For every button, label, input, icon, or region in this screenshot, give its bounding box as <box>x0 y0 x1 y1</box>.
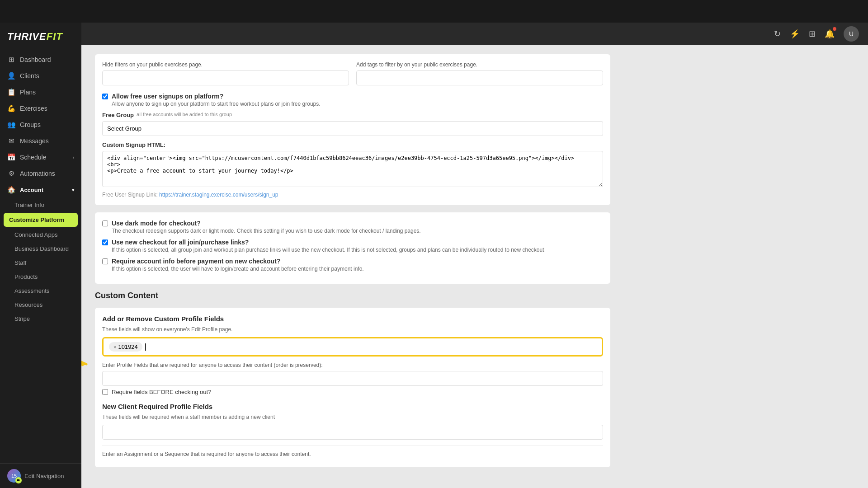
groups-icon: 👥 <box>7 121 15 129</box>
dark-mode-desc: The checkout redesign supports dark or l… <box>112 228 421 234</box>
nav-list: ⊞ Dashboard 👤 Clients 📋 Plans 💪 Exercise… <box>0 48 81 463</box>
custom-content-title: Custom Content <box>95 291 610 300</box>
assignment-section: Enter an Assignment or a Sequence that i… <box>102 445 603 457</box>
grid-icon[interactable]: ⊞ <box>809 29 816 39</box>
arrow-annotation <box>81 333 102 373</box>
dark-mode-row: Use dark mode for checkout? The checkout… <box>102 220 603 234</box>
add-tags-group: Add tags to filter by on your public exe… <box>356 61 603 85</box>
sidebar-item-plans[interactable]: 📋 Plans <box>0 84 81 100</box>
main-content: ↻ ⚡ ⊞ 🔔 U Hide filters on your public ex… <box>81 23 868 488</box>
user-avatar[interactable]: U <box>844 26 859 42</box>
sidebar-bottom: 15 ✏ Edit Navigation <box>0 463 81 488</box>
notification-area: 15 ✏ <box>7 469 21 483</box>
custom-html-section: Custom Signup HTML: <box>102 141 603 189</box>
sidebar-item-connected-apps[interactable]: Connected Apps <box>0 228 81 242</box>
notification-badge: ✏ <box>15 477 22 483</box>
new-client-fields-section: New Client Required Profile Fields These… <box>102 403 603 440</box>
sidebar-item-resources[interactable]: Resources <box>0 298 81 312</box>
sidebar-item-trainer-info[interactable]: Trainer Info <box>0 198 81 212</box>
sidebar-item-assessments[interactable]: Assessments <box>0 284 81 298</box>
assignment-label: Enter an Assignment or a Sequence that i… <box>102 451 603 457</box>
hide-filters-group: Hide filters on your public exercises pa… <box>102 61 349 85</box>
schedule-chevron-icon: › <box>73 155 74 160</box>
account-icon: 🏠 <box>7 186 15 194</box>
require-account-row: Require account info before payment on n… <box>102 258 603 272</box>
tag-chip-101924: × 101924 <box>109 342 142 352</box>
new-client-desc: These fields will be required when a sta… <box>102 414 603 420</box>
hide-filters-label: Hide filters on your public exercises pa… <box>102 61 349 68</box>
new-checkout-checkbox[interactable] <box>102 239 108 245</box>
custom-html-label: Custom Signup HTML: <box>102 141 603 148</box>
logo: THRIVEFIT <box>7 31 63 42</box>
checkout-options-section: Use dark mode for checkout? The checkout… <box>95 212 610 284</box>
free-signup-row: Allow free user signups on platform? All… <box>102 93 603 107</box>
custom-html-textarea[interactable] <box>102 151 603 187</box>
filter-field-row: Hide filters on your public exercises pa… <box>102 61 603 85</box>
tag-cursor <box>145 343 146 351</box>
dark-mode-checkbox[interactable] <box>102 221 108 226</box>
sidebar-item-staff[interactable]: Staff <box>0 256 81 270</box>
sidebar-item-dashboard[interactable]: ⊞ Dashboard <box>0 52 81 68</box>
new-client-title: New Client Required Profile Fields <box>102 403 603 410</box>
sidebar-item-automations[interactable]: ⚙ Automations <box>0 165 81 182</box>
account-chevron-icon: ▾ <box>72 188 74 192</box>
signup-link[interactable]: https://trainer.staging.exercise.com/use… <box>159 192 278 198</box>
new-checkout-desc: If this option is selected, all group jo… <box>112 247 544 253</box>
sync-icon[interactable]: ↻ <box>774 29 781 39</box>
custom-profile-fields-desc: These fields will show on everyone's Edi… <box>102 326 603 333</box>
add-tags-label: Add tags to filter by on your public exe… <box>356 61 603 68</box>
sidebar-item-messages[interactable]: ✉ Messages <box>0 133 81 149</box>
messages-icon: ✉ <box>7 137 15 145</box>
header-bar: ↻ ⚡ ⊞ 🔔 U <box>81 23 868 45</box>
logo-area: THRIVEFIT <box>0 23 81 48</box>
new-client-fields-input[interactable] <box>102 425 603 440</box>
require-account-checkbox[interactable] <box>102 258 108 264</box>
lightning-icon[interactable]: ⚡ <box>790 29 800 39</box>
clients-icon: 👤 <box>7 72 15 80</box>
dashboard-icon: ⊞ <box>7 56 15 64</box>
plans-icon: 📋 <box>7 88 15 96</box>
annotation-container: × 101924 <box>102 337 603 357</box>
add-tags-input[interactable] <box>356 70 603 85</box>
hide-filters-input[interactable] <box>102 70 349 85</box>
free-group-select-section: Free Group all free accounts will be add… <box>102 112 603 136</box>
filters-section: Hide filters on your public exercises pa… <box>95 54 610 205</box>
custom-profile-fields-section: Add or Remove Custom Profile Fields Thes… <box>95 308 610 467</box>
bell-notification-badge <box>833 27 836 31</box>
top-bar <box>0 0 868 23</box>
sidebar-item-business-dashboard[interactable]: Business Dashboard <box>0 242 81 256</box>
svg-marker-0 <box>81 360 86 366</box>
schedule-icon: 📅 <box>7 153 15 161</box>
free-signup-label: Allow free user signups on platform? <box>112 93 321 100</box>
edit-nav-label: Edit Navigation <box>24 473 64 479</box>
dark-mode-label: Use dark mode for checkout? <box>112 220 421 227</box>
require-account-label: Require account info before payment on n… <box>112 258 364 265</box>
sidebar: THRIVEFIT ⊞ Dashboard 👤 Clients 📋 Plans … <box>0 23 81 488</box>
sidebar-item-customize-platform[interactable]: Customize Platform <box>4 213 78 227</box>
custom-profile-tag-input[interactable]: × 101924 <box>102 337 603 357</box>
sidebar-item-clients[interactable]: 👤 Clients <box>0 68 81 84</box>
free-group-select[interactable]: Select Group <box>102 121 603 136</box>
free-signup-desc: Allow anyone to sign up on your platform… <box>112 101 321 107</box>
sidebar-item-exercises[interactable]: 💪 Exercises <box>0 100 81 117</box>
edit-navigation-button[interactable]: 15 ✏ Edit Navigation <box>7 469 74 483</box>
bell-icon[interactable]: 🔔 <box>825 29 835 39</box>
automations-icon: ⚙ <box>7 169 15 178</box>
free-group-header: Free Group all free accounts will be add… <box>102 112 603 118</box>
new-checkout-row: Use new checkout for all join/purchase l… <box>102 239 603 253</box>
require-account-desc: If this option is selected, the user wil… <box>112 266 364 272</box>
arrow-svg <box>81 333 102 373</box>
signup-link-row: Free User Signup Link: https://trainer.s… <box>102 192 603 198</box>
require-before-checkout-checkbox[interactable] <box>102 389 108 395</box>
required-fields-input[interactable] <box>102 371 603 386</box>
sidebar-item-groups[interactable]: 👥 Groups <box>0 117 81 133</box>
custom-profile-fields-title: Add or Remove Custom Profile Fields <box>102 315 603 323</box>
sidebar-item-stripe[interactable]: Stripe <box>0 312 81 326</box>
sidebar-item-account[interactable]: 🏠 Account ▾ <box>0 182 81 198</box>
sidebar-item-products[interactable]: Products <box>0 270 81 284</box>
free-signup-checkbox[interactable] <box>102 94 108 99</box>
sidebar-item-schedule[interactable]: 📅 Schedule › <box>0 149 81 165</box>
new-checkout-label: Use new checkout for all join/purchase l… <box>112 239 544 246</box>
required-fields-section: Enter Profile Fields that are required f… <box>102 362 603 395</box>
content-area: Hide filters on your public exercises pa… <box>81 45 624 483</box>
